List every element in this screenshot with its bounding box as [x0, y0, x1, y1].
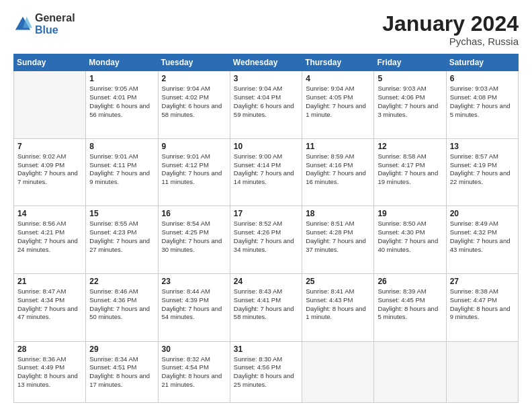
title-month: January 2024	[382, 12, 519, 36]
calendar-cell: 16Sunrise: 8:54 AM Sunset: 4:25 PM Dayli…	[158, 206, 230, 274]
col-header-tuesday: Tuesday	[158, 54, 230, 71]
calendar-cell: 15Sunrise: 8:55 AM Sunset: 4:23 PM Dayli…	[86, 206, 158, 274]
day-info: Sunrise: 9:05 AM Sunset: 4:01 PM Dayligh…	[89, 85, 154, 119]
logo-icon	[13, 15, 32, 34]
day-number: 17	[234, 209, 298, 218]
calendar-cell: 2Sunrise: 9:04 AM Sunset: 4:02 PM Daylig…	[158, 71, 230, 139]
calendar-cell: 19Sunrise: 8:50 AM Sunset: 4:30 PM Dayli…	[374, 206, 446, 274]
week-row-5: 28Sunrise: 8:36 AM Sunset: 4:49 PM Dayli…	[14, 341, 519, 403]
day-info: Sunrise: 8:52 AM Sunset: 4:26 PM Dayligh…	[234, 220, 298, 254]
calendar-cell: 8Sunrise: 9:01 AM Sunset: 4:11 PM Daylig…	[86, 138, 158, 206]
col-header-friday: Friday	[374, 54, 446, 71]
day-info: Sunrise: 8:34 AM Sunset: 4:51 PM Dayligh…	[89, 355, 154, 390]
calendar-cell: 11Sunrise: 8:59 AM Sunset: 4:16 PM Dayli…	[302, 138, 374, 206]
day-number: 10	[234, 142, 298, 151]
day-number: 16	[162, 209, 226, 218]
col-header-saturday: Saturday	[446, 54, 518, 71]
logo-blue: Blue	[35, 24, 75, 36]
week-row-2: 7Sunrise: 9:02 AM Sunset: 4:09 PM Daylig…	[14, 138, 519, 206]
calendar-cell: 20Sunrise: 8:49 AM Sunset: 4:32 PM Dayli…	[446, 206, 518, 274]
day-info: Sunrise: 8:38 AM Sunset: 4:47 PM Dayligh…	[450, 287, 515, 322]
day-number: 28	[17, 345, 82, 354]
day-info: Sunrise: 8:54 AM Sunset: 4:25 PM Dayligh…	[162, 220, 226, 254]
day-number: 4	[306, 74, 370, 83]
calendar-cell: 24Sunrise: 8:43 AM Sunset: 4:41 PM Dayli…	[230, 273, 302, 341]
day-info: Sunrise: 8:47 AM Sunset: 4:34 PM Dayligh…	[17, 287, 82, 322]
day-info: Sunrise: 9:04 AM Sunset: 4:02 PM Dayligh…	[162, 85, 226, 119]
calendar-cell: 30Sunrise: 8:32 AM Sunset: 4:54 PM Dayli…	[158, 341, 230, 403]
day-number: 21	[17, 277, 82, 286]
calendar-cell: 17Sunrise: 8:52 AM Sunset: 4:26 PM Dayli…	[230, 206, 302, 274]
day-number: 20	[450, 209, 515, 218]
week-row-1: 1Sunrise: 9:05 AM Sunset: 4:01 PM Daylig…	[14, 71, 519, 139]
day-number: 18	[306, 209, 370, 218]
day-info: Sunrise: 8:50 AM Sunset: 4:30 PM Dayligh…	[378, 220, 442, 254]
day-info: Sunrise: 9:04 AM Sunset: 4:05 PM Dayligh…	[306, 85, 370, 119]
day-info: Sunrise: 8:41 AM Sunset: 4:43 PM Dayligh…	[306, 287, 370, 322]
calendar-cell: 28Sunrise: 8:36 AM Sunset: 4:49 PM Dayli…	[14, 341, 86, 403]
day-info: Sunrise: 8:59 AM Sunset: 4:16 PM Dayligh…	[306, 152, 370, 187]
day-number: 24	[234, 277, 298, 286]
title-location: Pychas, Russia	[382, 36, 519, 47]
calendar-cell: 13Sunrise: 8:57 AM Sunset: 4:19 PM Dayli…	[446, 138, 518, 206]
calendar-cell: 26Sunrise: 8:39 AM Sunset: 4:45 PM Dayli…	[374, 273, 446, 341]
header: General Blue January 2024 Pychas, Russia	[13, 12, 519, 47]
day-info: Sunrise: 8:49 AM Sunset: 4:32 PM Dayligh…	[450, 220, 515, 254]
calendar-cell: 18Sunrise: 8:51 AM Sunset: 4:28 PM Dayli…	[302, 206, 374, 274]
day-info: Sunrise: 8:30 AM Sunset: 4:56 PM Dayligh…	[234, 355, 298, 390]
day-number: 27	[450, 277, 515, 286]
day-number: 2	[162, 74, 226, 83]
calendar-table: SundayMondayTuesdayWednesdayThursdayFrid…	[13, 54, 519, 403]
day-number: 8	[89, 142, 154, 151]
day-info: Sunrise: 8:58 AM Sunset: 4:17 PM Dayligh…	[378, 152, 442, 187]
day-info: Sunrise: 8:44 AM Sunset: 4:39 PM Dayligh…	[162, 287, 226, 322]
day-info: Sunrise: 8:57 AM Sunset: 4:19 PM Dayligh…	[450, 152, 515, 187]
day-info: Sunrise: 9:01 AM Sunset: 4:11 PM Dayligh…	[89, 152, 154, 187]
day-info: Sunrise: 8:43 AM Sunset: 4:41 PM Dayligh…	[234, 287, 298, 322]
calendar-cell: 1Sunrise: 9:05 AM Sunset: 4:01 PM Daylig…	[86, 71, 158, 139]
day-info: Sunrise: 9:03 AM Sunset: 4:06 PM Dayligh…	[378, 85, 442, 119]
day-info: Sunrise: 9:02 AM Sunset: 4:09 PM Dayligh…	[17, 152, 82, 187]
day-number: 3	[234, 74, 298, 83]
day-number: 9	[162, 142, 226, 151]
day-info: Sunrise: 9:03 AM Sunset: 4:08 PM Dayligh…	[450, 85, 515, 119]
calendar-cell	[302, 341, 374, 403]
day-number: 26	[378, 277, 442, 286]
calendar-cell: 29Sunrise: 8:34 AM Sunset: 4:51 PM Dayli…	[86, 341, 158, 403]
col-header-monday: Monday	[86, 54, 158, 71]
title-block: January 2024 Pychas, Russia	[382, 12, 519, 47]
day-number: 11	[306, 142, 370, 151]
calendar-cell: 9Sunrise: 9:01 AM Sunset: 4:12 PM Daylig…	[158, 138, 230, 206]
day-number: 6	[450, 74, 515, 83]
calendar-cell: 22Sunrise: 8:46 AM Sunset: 4:36 PM Dayli…	[86, 273, 158, 341]
day-number: 29	[89, 345, 154, 354]
calendar-cell	[14, 71, 86, 139]
header-row: SundayMondayTuesdayWednesdayThursdayFrid…	[14, 54, 519, 71]
day-number: 31	[234, 345, 298, 354]
col-header-wednesday: Wednesday	[230, 54, 302, 71]
page: General Blue January 2024 Pychas, Russia…	[0, 0, 532, 411]
day-number: 13	[450, 142, 515, 151]
calendar-cell: 5Sunrise: 9:03 AM Sunset: 4:06 PM Daylig…	[374, 71, 446, 139]
col-header-sunday: Sunday	[14, 54, 86, 71]
logo-general: General	[35, 12, 75, 24]
day-info: Sunrise: 8:39 AM Sunset: 4:45 PM Dayligh…	[378, 287, 442, 322]
calendar-cell: 21Sunrise: 8:47 AM Sunset: 4:34 PM Dayli…	[14, 273, 86, 341]
day-number: 25	[306, 277, 370, 286]
calendar-cell: 10Sunrise: 9:00 AM Sunset: 4:14 PM Dayli…	[230, 138, 302, 206]
week-row-3: 14Sunrise: 8:56 AM Sunset: 4:21 PM Dayli…	[14, 206, 519, 274]
day-number: 23	[162, 277, 226, 286]
calendar-cell: 14Sunrise: 8:56 AM Sunset: 4:21 PM Dayli…	[14, 206, 86, 274]
calendar-cell: 6Sunrise: 9:03 AM Sunset: 4:08 PM Daylig…	[446, 71, 518, 139]
calendar-cell	[446, 341, 518, 403]
day-number: 1	[89, 74, 154, 83]
day-number: 30	[162, 345, 226, 354]
day-number: 14	[17, 209, 82, 218]
calendar-cell: 27Sunrise: 8:38 AM Sunset: 4:47 PM Dayli…	[446, 273, 518, 341]
calendar-cell	[374, 341, 446, 403]
day-number: 12	[378, 142, 442, 151]
col-header-thursday: Thursday	[302, 54, 374, 71]
week-row-4: 21Sunrise: 8:47 AM Sunset: 4:34 PM Dayli…	[14, 273, 519, 341]
calendar-cell: 3Sunrise: 9:04 AM Sunset: 4:04 PM Daylig…	[230, 71, 302, 139]
day-info: Sunrise: 9:04 AM Sunset: 4:04 PM Dayligh…	[234, 85, 298, 119]
